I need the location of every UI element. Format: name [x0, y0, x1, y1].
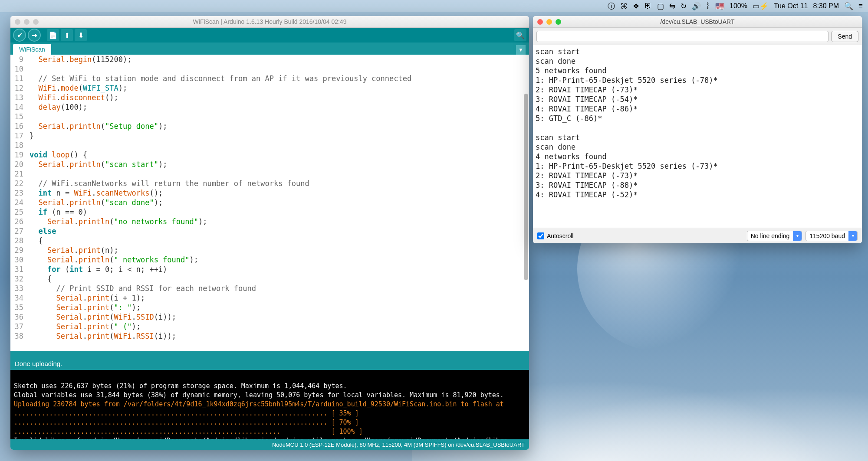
arduino-status: Done uploading.	[10, 357, 529, 370]
line-ending-select[interactable]: No line ending ▾	[747, 231, 802, 241]
window-controls[interactable]	[15, 19, 39, 25]
save-button[interactable]: ⬇	[75, 29, 87, 41]
wifi-icon[interactable]: ⦚	[706, 2, 710, 10]
zoom-icon[interactable]	[556, 19, 561, 25]
baud-label: 115200 baud	[806, 232, 848, 239]
code-editor[interactable]: 9101112131415161718192021222324252627282…	[10, 55, 529, 351]
arduino-titlebar: WiFiScan | Arduino 1.6.13 Hourly Build 2…	[10, 16, 529, 28]
status-text: Done uploading.	[15, 360, 62, 367]
shield-icon[interactable]: ⛨	[644, 2, 652, 10]
autoscroll-label: Autoscroll	[547, 232, 573, 239]
arduino-footer: NodeMCU 1.0 (ESP-12E Module), 80 MHz, 11…	[10, 439, 529, 450]
arduino-console[interactable]: Sketch uses 226,637 bytes (21%) of progr…	[10, 370, 529, 439]
serial-monitor-button[interactable]: 🔍	[514, 29, 526, 41]
send-button[interactable]: Send	[831, 31, 858, 42]
divider	[10, 351, 529, 357]
console-line: ........................................…	[14, 409, 359, 417]
console-line: Uploading 230784 bytes from /var/folders…	[14, 400, 504, 408]
code-lines[interactable]: Serial.begin(115200); // Set WiFi to sta…	[30, 55, 523, 341]
baud-select[interactable]: 115200 baud ▾	[806, 231, 858, 241]
status-icon[interactable]: ⌘	[620, 2, 628, 11]
open-button[interactable]: ⬆	[61, 29, 73, 41]
menubar-time[interactable]: 8:30 PM	[813, 2, 839, 10]
line-ending-label: No line ending	[747, 232, 793, 239]
new-button[interactable]: 📄	[47, 29, 59, 41]
timemachine-icon[interactable]: ↻	[681, 2, 687, 11]
upload-button[interactable]: ➜	[28, 29, 41, 42]
tab-menu-button[interactable]: ▼	[516, 45, 526, 55]
console-line: ........................................…	[14, 418, 359, 426]
notification-icon[interactable]: ≡	[858, 2, 863, 10]
flag-icon[interactable]: 🇺🇸	[715, 2, 724, 11]
close-icon[interactable]	[537, 19, 543, 25]
window-title: WiFiScan | Arduino 1.6.13 Hourly Build 2…	[193, 18, 347, 25]
serial-titlebar: /dev/cu.SLAB_USBtoUART	[533, 16, 862, 28]
tab-bar: WiFiScan ▼	[10, 43, 529, 55]
battery-percent[interactable]: 100%	[730, 2, 747, 10]
status-icon[interactable]: ⓘ	[608, 1, 615, 11]
serial-output[interactable]: scan start scan done 5 networks found 1:…	[533, 45, 862, 228]
console-line: Sketch uses 226,637 bytes (21%) of progr…	[14, 382, 347, 390]
volume-icon[interactable]: 🔊	[692, 2, 701, 11]
scrollbar-thumb[interactable]	[524, 94, 528, 280]
spotlight-icon[interactable]: 🔍	[844, 2, 853, 11]
minimize-icon[interactable]	[24, 19, 30, 25]
tab-wifiscan[interactable]: WiFiScan	[13, 44, 51, 55]
close-icon[interactable]	[15, 19, 20, 25]
window-controls[interactable]	[537, 19, 561, 25]
serial-send-row: Send	[533, 28, 862, 45]
board-info: NodeMCU 1.0 (ESP-12E Module), 80 MHz, 11…	[272, 441, 525, 448]
serial-monitor-window: /dev/cu.SLAB_USBtoUART Send scan start s…	[533, 16, 862, 243]
dropbox-icon[interactable]: ❖	[633, 2, 639, 11]
zoom-icon[interactable]	[33, 19, 39, 25]
verify-button[interactable]: ✔	[13, 29, 26, 42]
serial-input[interactable]	[536, 31, 829, 42]
window-title: /dev/cu.SLAB_USBtoUART	[661, 18, 735, 25]
macos-menubar: ⓘ ⌘ ❖ ⛨ ▢ ⇆ ↻ 🔊 ⦚ 🇺🇸 100% ▭⚡ Tue Oct 11 …	[0, 0, 868, 12]
battery-icon[interactable]: ▭⚡	[753, 2, 769, 11]
bluetooth-icon[interactable]: ⇆	[669, 2, 675, 11]
chevron-down-icon: ▾	[793, 231, 802, 241]
serial-footer: Autoscroll No line ending ▾ 115200 baud …	[533, 228, 862, 243]
chevron-down-icon: ▾	[848, 231, 857, 241]
autoscroll-input[interactable]	[537, 232, 544, 239]
autoscroll-checkbox[interactable]: Autoscroll	[537, 232, 573, 239]
minimize-icon[interactable]	[546, 19, 552, 25]
menubar-date[interactable]: Tue Oct 11	[774, 2, 808, 10]
line-gutter: 9101112131415161718192021222324252627282…	[10, 55, 25, 341]
console-line: ........................................…	[14, 428, 363, 435]
display-icon[interactable]: ▢	[657, 2, 664, 11]
arduino-window: WiFiScan | Arduino 1.6.13 Hourly Build 2…	[10, 16, 529, 450]
arduino-toolbar: ✔ ➜ 📄 ⬆ ⬇ 🔍	[10, 28, 529, 43]
editor-scrollbar[interactable]	[524, 55, 528, 351]
console-line: Global variables use 31,844 bytes (38%) …	[14, 391, 504, 399]
